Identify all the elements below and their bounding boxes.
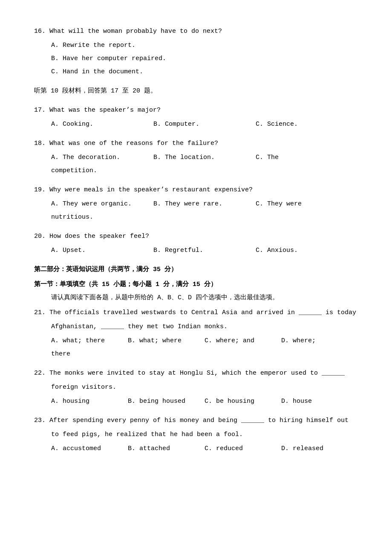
section2-header: 第二部分：英语知识运用（共两节，满分 35 分）: [34, 264, 358, 275]
question-17: 17. What was the speaker’s major?A. Cook…: [34, 104, 358, 130]
q21-option-1: B. what; where: [128, 335, 205, 347]
q16-option-0: A. Rewrite the report.: [51, 40, 358, 51]
q21-option-3: D. where;: [281, 335, 358, 347]
q16-option-2: C. Hand in the document.: [51, 66, 358, 78]
listen-prompt: 听第 10 段材料，回答第 17 至 20 题。: [34, 85, 358, 97]
q16-text: 16. What will the woman probably have to…: [34, 26, 358, 37]
q23-options-row: A. accustomedB. attachedC. reducedD. rel…: [51, 443, 358, 454]
q17-options-row: A. Cooking.B. Computer.C. Science.: [51, 119, 358, 130]
q23-option-1: B. attached: [128, 443, 205, 454]
q20-option-2: C. Anxious.: [256, 245, 358, 256]
q22-option-0: A. housing: [51, 396, 128, 407]
q21-text-part1: 21. The officials travelled westwards to…: [34, 307, 358, 318]
q21-text-part2: Afghanistan, ______ they met two Indian …: [51, 321, 358, 332]
q22-text-part1: 22. The monks were invited to stay at Ho…: [34, 367, 358, 379]
q23-text-part1: 23. After spending every penny of his mo…: [34, 415, 358, 426]
question-18: 18. What was one of the reasons for the …: [34, 138, 358, 176]
q21-option-0: A. what; there: [51, 335, 128, 347]
q19-text: 19. Why were meals in the speaker’s rest…: [34, 184, 358, 196]
question-21: 21. The officials travelled westwards to…: [34, 307, 358, 360]
q20-option-0: A. Upset.: [51, 245, 153, 256]
q18-option-0: A. The decoration.: [51, 152, 153, 163]
q21-options-row: A. what; thereB. what; whereC. where; an…: [51, 335, 358, 347]
section2-instruction: 请认真阅读下面各题，从题中所给的 A、B、C、D 四个选项中，选出最佳选项。: [51, 292, 358, 304]
q18-option-2: C. The: [256, 152, 358, 163]
q19-option-0: A. They were organic.: [51, 198, 153, 210]
q20-options-row: A. Upset.B. Regretful.C. Anxious.: [51, 245, 358, 256]
section2-sub: 第一节：单项填空（共 15 小题；每小题 1 分，满分 15 分）: [34, 279, 358, 290]
q22-option-1: B. being housed: [128, 396, 205, 407]
q19-options-row: A. They were organic.B. They were rare.C…: [51, 198, 358, 210]
q21-continuation: there: [51, 348, 358, 360]
q18-text: 18. What was one of the reasons for the …: [34, 138, 358, 149]
question-23: 23. After spending every penny of his mo…: [34, 415, 358, 454]
q19-option-2: C. They were: [256, 198, 358, 210]
q20-text: 20. How does the speaker feel?: [34, 231, 358, 242]
q22-option-2: C. be housing: [205, 396, 281, 407]
q17-text: 17. What was the speaker’s major?: [34, 104, 358, 116]
q18-continuation: competition.: [51, 165, 358, 176]
q22-option-3: D. house: [281, 396, 358, 407]
q22-text-part2: foreign visitors.: [51, 382, 358, 393]
question-16: 16. What will the woman probably have to…: [34, 26, 358, 78]
q18-options-row: A. The decoration.B. The location.C. The: [51, 152, 358, 163]
q21-option-2: C. where; and: [205, 335, 281, 347]
q23-option-3: D. released: [281, 443, 358, 454]
q17-option-0: A. Cooking.: [51, 119, 153, 130]
q23-option-2: C. reduced: [205, 443, 281, 454]
q23-text-part2: to feed pigs, he realized that he had be…: [51, 429, 358, 440]
q20-option-1: B. Regretful.: [153, 245, 256, 256]
q17-option-2: C. Science.: [256, 119, 358, 130]
q19-continuation: nutritious.: [51, 211, 358, 223]
q18-option-1: B. The location.: [153, 152, 256, 163]
q17-option-1: B. Computer.: [153, 119, 256, 130]
q23-option-0: A. accustomed: [51, 443, 128, 454]
question-19: 19. Why were meals in the speaker’s rest…: [34, 184, 358, 223]
q22-options-row: A. housingB. being housedC. be housingD.…: [51, 396, 358, 407]
question-22: 22. The monks were invited to stay at Ho…: [34, 367, 358, 407]
q16-option-1: B. Have her computer repaired.: [51, 53, 358, 64]
question-20: 20. How does the speaker feel?A. Upset.B…: [34, 231, 358, 256]
q19-option-1: B. They were rare.: [153, 198, 256, 210]
